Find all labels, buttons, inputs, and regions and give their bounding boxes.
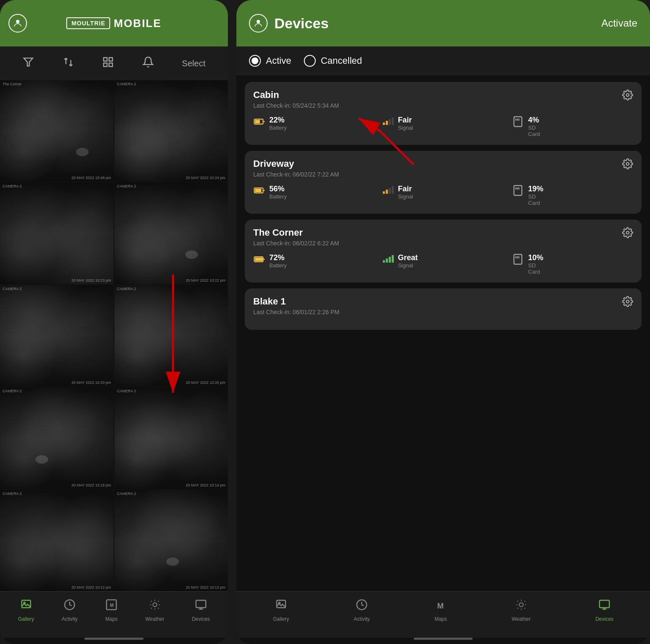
- right-nav-label-weather: Weather: [512, 616, 531, 622]
- svg-point-24: [626, 94, 629, 97]
- device-stats-driveway: 56% Battery Fair Signal: [253, 185, 633, 206]
- sort-icon[interactable]: [62, 56, 74, 71]
- filter-tab-active[interactable]: Active: [249, 55, 291, 67]
- page-title: Devices: [274, 15, 329, 32]
- battery-value-cabin: 22%: [269, 116, 287, 125]
- device-checkin-corner: Last Check-in: 06/02/22 6:22 AM: [253, 240, 339, 247]
- settings-icon-blake1[interactable]: [622, 296, 633, 310]
- battery-stat-corner: 72% Battery: [253, 253, 374, 269]
- svg-rect-35: [255, 189, 261, 192]
- photo-cell-4[interactable]: 20 MAY 2022 10:22 pmCAMERA 2: [114, 182, 228, 284]
- photo-cell-1[interactable]: 20 MAY 2022 10:48 pmThe Corner: [0, 80, 114, 182]
- profile-icon-left[interactable]: [8, 14, 27, 33]
- right-nav-activity[interactable]: Activity: [354, 599, 370, 622]
- photo-cell-6[interactable]: 20 MAY 2022 10:20 pmCAMERA 2: [114, 285, 228, 386]
- device-card-driveway[interactable]: Driveway Last Check-in: 06/02/22 7:22 AM: [245, 151, 642, 214]
- nav-icon-activity: [64, 599, 76, 614]
- signal-label-driveway: Signal: [398, 193, 413, 200]
- svg-point-7: [24, 602, 25, 604]
- photo-cell-8[interactable]: 20 MAY 2022 10:14 pmCAMERA 2: [114, 387, 228, 489]
- left-nav-activity[interactable]: Activity: [62, 599, 78, 622]
- photo-timestamp-10: 20 MAY 2022 10:13 pm: [186, 585, 225, 590]
- filter-tab-cancelled[interactable]: Cancelled: [304, 55, 362, 67]
- left-nav-maps[interactable]: MMaps: [105, 599, 117, 622]
- photo-timestamp-9: 20 MAY 2022 10:12 pm: [71, 585, 111, 590]
- right-nav-gallery[interactable]: Gallery: [273, 599, 289, 622]
- photo-timestamp-4: 20 MAY 2022 10:22 pm: [186, 278, 225, 283]
- right-header: Devices Activate: [236, 0, 650, 46]
- nav-label-devices: Devices: [192, 616, 210, 622]
- settings-icon-cabin[interactable]: [622, 90, 633, 103]
- photo-cell-7[interactable]: 20 MAY 2022 10:18 pmCAMERA 2: [0, 387, 114, 489]
- grid-icon[interactable]: [102, 56, 114, 71]
- device-checkin-driveway: Last Check-in: 06/02/22 7:22 AM: [253, 171, 339, 178]
- battery-icon-cabin: [253, 116, 265, 128]
- photo-timestamp-2: 20 MAY 2022 10:24 pm: [186, 176, 225, 180]
- photo-grid: 20 MAY 2022 10:48 pmThe Corner20 MAY 202…: [0, 80, 228, 591]
- signal-bars-cabin: [383, 116, 394, 125]
- activate-button[interactable]: Activate: [601, 17, 637, 29]
- svg-point-32: [626, 163, 629, 166]
- svg-point-0: [16, 20, 19, 23]
- battery-label-cabin: Battery: [269, 125, 287, 131]
- photo-cell-3[interactable]: 20 MAY 2022 10:23 pmCAMERA 2: [0, 182, 114, 284]
- device-card-corner[interactable]: The Corner Last Check-in: 06/02/22 6:22 …: [245, 220, 642, 283]
- battery-value-corner: 72%: [269, 253, 287, 262]
- svg-rect-5: [109, 63, 113, 66]
- signal-text-driveway: Fair Signal: [398, 185, 413, 200]
- device-card-header-cabin: Cabin Last Check-in: 05/24/22 5:34 AM: [253, 90, 633, 109]
- devices-list: Cabin Last Check-in: 05/24/22 5:34 AM: [236, 75, 650, 591]
- photo-label-tl-2: CAMERA 2: [117, 82, 136, 86]
- svg-line-61: [524, 601, 525, 602]
- battery-value-driveway: 56%: [269, 185, 287, 193]
- sd-label2-corner: Card: [528, 269, 543, 275]
- sd-text-corner: 10% SD Card: [528, 253, 543, 275]
- bell-icon[interactable]: [142, 56, 154, 71]
- photo-cell-9[interactable]: 20 MAY 2022 10:12 pmCAMERA 2: [0, 490, 114, 591]
- svg-point-11: [153, 603, 157, 606]
- svg-point-50: [279, 602, 280, 604]
- device-card-header-blake1: Blake 1 Last Check-in: 06/01/22 2:26 PM: [253, 296, 633, 315]
- right-bottom-nav: GalleryActivityMMapsWeatherDevices: [236, 591, 650, 638]
- photo-cell-2[interactable]: 20 MAY 2022 10:24 pmCAMERA 2: [114, 80, 228, 182]
- radio-cancelled: [304, 55, 316, 67]
- svg-rect-28: [514, 117, 522, 126]
- svg-rect-27: [255, 120, 260, 123]
- right-nav-maps[interactable]: MMaps: [434, 599, 447, 622]
- svg-point-48: [626, 300, 629, 303]
- filter-icon[interactable]: [22, 56, 34, 71]
- right-nav-weather[interactable]: Weather: [512, 599, 531, 622]
- brand-box: MOULTRIE: [66, 17, 110, 29]
- svg-rect-43: [255, 258, 263, 261]
- filter-tabs: Active Cancelled: [236, 46, 650, 75]
- profile-icon-right[interactable]: [249, 14, 268, 33]
- photo-cell-5[interactable]: 20 MAY 2022 10:20 pmCAMERA 2: [0, 285, 114, 386]
- select-button[interactable]: Select: [182, 59, 206, 68]
- nav-label-maps: Maps: [105, 616, 117, 622]
- device-card-blake1[interactable]: Blake 1 Last Check-in: 06/01/22 2:26 PM: [245, 288, 642, 330]
- photo-cell-10[interactable]: 20 MAY 2022 10:13 pmCAMERA 2: [114, 490, 228, 591]
- left-nav-devices[interactable]: Devices: [192, 599, 210, 622]
- right-nav-icon-activity: [356, 599, 368, 614]
- photo-timestamp-1: 20 MAY 2022 10:48 pm: [71, 176, 111, 180]
- sd-label-corner: SD: [528, 262, 543, 269]
- left-nav-gallery[interactable]: Gallery: [18, 599, 34, 622]
- battery-text-driveway: 56% Battery: [269, 185, 287, 200]
- radio-active: [249, 55, 261, 67]
- settings-icon-corner[interactable]: [622, 227, 633, 241]
- photo-camera-label-3: CAMERA 2: [3, 184, 22, 188]
- nav-label-gallery: Gallery: [18, 616, 34, 622]
- signal-bars-corner: [383, 253, 394, 263]
- device-card-header-corner: The Corner Last Check-in: 06/02/22 6:22 …: [253, 227, 633, 247]
- svg-line-16: [151, 601, 152, 602]
- settings-icon-driveway[interactable]: [622, 158, 633, 172]
- logo-container: MOULTRIE MOBILE: [66, 17, 161, 30]
- home-indicator-right: [414, 638, 473, 640]
- right-nav-label-activity: Activity: [354, 616, 370, 622]
- left-nav-weather[interactable]: Weather: [145, 599, 164, 622]
- right-header-left: Devices: [249, 14, 329, 33]
- right-nav-devices[interactable]: Devices: [596, 599, 614, 622]
- device-card-cabin[interactable]: Cabin Last Check-in: 05/24/22 5:34 AM: [245, 82, 642, 145]
- photo-timestamp-3: 20 MAY 2022 10:23 pm: [71, 278, 111, 283]
- photo-camera-label-9: CAMERA 2: [3, 492, 22, 496]
